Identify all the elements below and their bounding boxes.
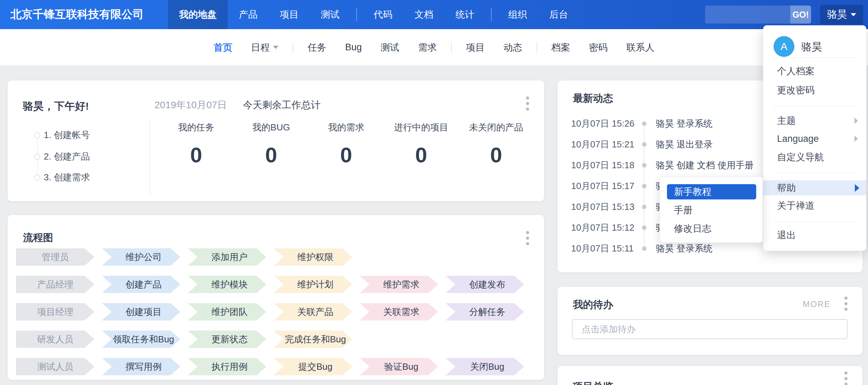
nav-admin[interactable]: 后台 [538, 0, 579, 29]
timeline-dot-icon [642, 246, 646, 251]
search-input[interactable] [705, 6, 790, 24]
kebab-menu-icon[interactable] [844, 297, 848, 313]
flow-cell[interactable]: 添加用户 [188, 248, 266, 266]
menu-divider [773, 106, 857, 106]
flow-cell[interactable]: 创建产品 [102, 276, 180, 293]
subnav-contacts[interactable]: 联系人 [617, 41, 664, 54]
nav-product[interactable]: 产品 [228, 0, 269, 29]
todo-title: 我的待办 [573, 298, 613, 312]
nav-stats[interactable]: 统计 [444, 0, 485, 29]
flow-cell[interactable]: 维护权限 [274, 248, 352, 266]
menu-divider [773, 57, 857, 58]
flow-cell[interactable]: 维护模块 [188, 276, 266, 293]
kebab-menu-icon[interactable] [526, 96, 529, 113]
subnav-task[interactable]: 任务 [298, 41, 336, 54]
step-circle-icon [34, 132, 40, 138]
submenu-item-changelog[interactable]: 修改日志 [660, 221, 762, 236]
flow-row-tester: 测试人员 撰写用例 执行用例 提交Bug 验证Bug 关闭Bug [16, 358, 530, 375]
search-go-button[interactable]: GO! [790, 6, 811, 24]
subnav-home[interactable]: 首页 [204, 41, 242, 54]
stat-ongoing-projects[interactable]: 进行中的项目 0 [384, 121, 459, 167]
submenu-item-tutorial[interactable]: 新手教程 [667, 184, 756, 199]
user-menu-name: 骆昊 [801, 40, 822, 54]
subnav-story[interactable]: 需求 [409, 41, 446, 54]
kebab-menu-icon[interactable] [844, 371, 848, 385]
nav-test[interactable]: 测试 [310, 0, 351, 29]
project-overview-card: 项目总览 [558, 366, 862, 385]
flow-cell[interactable]: 提交Bug [274, 358, 352, 375]
more-link[interactable]: MORE [803, 299, 831, 309]
stat-my-stories[interactable]: 我的需求 0 [309, 121, 384, 167]
user-menu-button[interactable]: 骆昊 [820, 5, 863, 24]
flow-row-admin: 管理员 维护公司 添加用户 维护权限 [16, 248, 530, 266]
stat-my-tasks[interactable]: 我的任务 0 [159, 121, 234, 167]
chevron-right-icon [854, 118, 858, 124]
kebab-menu-icon[interactable] [526, 231, 529, 248]
menu-item-custom-nav[interactable]: 自定义导航 [763, 148, 866, 166]
subnav-project[interactable]: 项目 [457, 41, 494, 54]
flow-cell[interactable]: 维护需求 [360, 276, 438, 293]
flow-cell[interactable]: 测试人员 [16, 358, 94, 375]
flow-cell[interactable]: 领取任务和Bug [102, 331, 180, 348]
subnav-dynamic[interactable]: 动态 [494, 41, 532, 54]
flow-cell[interactable]: 验证Bug [360, 358, 438, 375]
timeline-dot-icon [642, 163, 646, 168]
step-circle-icon [34, 154, 40, 160]
flow-cell[interactable]: 关联产品 [274, 303, 352, 320]
flow-cell[interactable]: 关联需求 [360, 303, 438, 320]
flow-cell[interactable]: 执行用例 [188, 358, 266, 375]
flow-cell[interactable]: 更新状态 [188, 331, 266, 348]
stat-open-products[interactable]: 未关闭的产品 0 [459, 121, 534, 167]
flowchart-rows: 管理员 维护公司 添加用户 维护权限 产品经理 创建产品 维护模块 维护计划 维… [16, 248, 530, 385]
flow-cell[interactable]: 维护公司 [102, 248, 180, 266]
menu-item-language[interactable]: Language [763, 130, 866, 148]
menu-item-help[interactable]: 帮助 [763, 180, 866, 195]
stat-my-bugs[interactable]: 我的BUG 0 [234, 121, 309, 167]
flow-cell[interactable]: 分解任务 [445, 303, 524, 320]
flow-cell[interactable]: 撰写用例 [102, 358, 180, 375]
flow-cell[interactable]: 创建发布 [445, 276, 524, 293]
timeline-dot-icon [642, 205, 646, 209]
menu-item-logout[interactable]: 退出 [763, 226, 866, 244]
nav-doc[interactable]: 文档 [403, 0, 444, 29]
menu-divider [773, 221, 857, 222]
step-circle-icon [34, 174, 40, 181]
flow-cell[interactable]: 关闭Bug [445, 358, 524, 375]
menu-item-theme[interactable]: 主题 [763, 112, 866, 130]
flow-cell[interactable]: 创建项目 [102, 303, 180, 320]
activity-title: 最新动态 [573, 92, 613, 105]
nav-my-zone[interactable]: 我的地盘 [168, 0, 228, 29]
chevron-right-icon [855, 184, 859, 192]
subnav-bug[interactable]: Bug [336, 42, 371, 53]
flow-cell[interactable]: 产品经理 [16, 276, 94, 293]
flow-cell[interactable]: 管理员 [16, 248, 94, 266]
subnav-password[interactable]: 密码 [579, 41, 617, 54]
subnav-test[interactable]: 测试 [371, 41, 409, 54]
subnav-profile[interactable]: 档案 [542, 41, 579, 54]
step-create-product[interactable]: 2. 创建产品 [44, 151, 90, 163]
flow-row-project-manager: 项目经理 创建项目 维护团队 关联产品 关联需求 分解任务 [16, 303, 530, 320]
current-date: 2019年10月07日 [155, 99, 227, 112]
welcome-card: 骆昊，下午好! 1. 创建帐号 2. 创建产品 3. 创建需求 2019年10月… [8, 80, 544, 201]
nav-project[interactable]: 项目 [269, 0, 310, 29]
chevron-down-icon [273, 46, 278, 49]
menu-item-change-password[interactable]: 更改密码 [763, 81, 866, 99]
subnav-calendar[interactable]: 日程 [242, 41, 288, 54]
subnav-divider [536, 42, 537, 53]
flow-cell[interactable]: 维护计划 [274, 276, 352, 293]
submenu-item-manual[interactable]: 手册 [660, 203, 762, 218]
flow-cell[interactable]: 项目经理 [16, 303, 94, 320]
menu-item-profile[interactable]: 个人档案 [763, 62, 866, 80]
menu-item-about[interactable]: 关于禅道 [763, 197, 866, 215]
nav-org[interactable]: 组织 [497, 0, 538, 29]
flow-cell[interactable]: 完成任务和Bug [274, 331, 352, 348]
user-name: 骆昊 [827, 8, 847, 22]
step-create-story[interactable]: 3. 创建需求 [44, 171, 90, 183]
step-create-account[interactable]: 1. 创建帐号 [44, 129, 90, 141]
flow-cell[interactable]: 维护团队 [188, 303, 266, 320]
flow-row-product-manager: 产品经理 创建产品 维护模块 维护计划 维护需求 创建发布 [16, 276, 530, 293]
flow-cell[interactable]: 研发人员 [16, 331, 94, 348]
nav-code[interactable]: 代码 [362, 0, 403, 29]
user-dropdown-menu: A 骆昊 个人档案 更改密码 主题 Language 自定义导航 帮助 关于禅道… [763, 25, 866, 251]
add-todo-input[interactable] [572, 319, 848, 339]
